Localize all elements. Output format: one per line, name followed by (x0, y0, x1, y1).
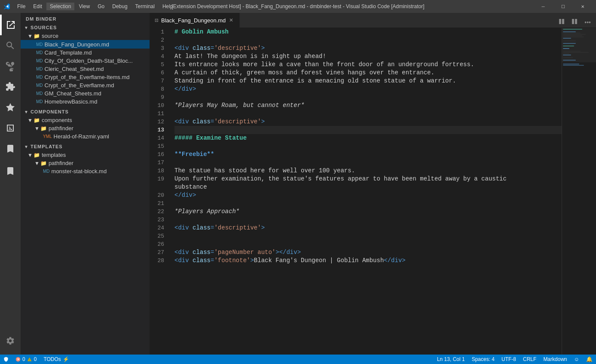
file-monster-stat-block[interactable]: MD monster-stat-block.md (21, 167, 150, 175)
code-line-27: <div class='pageNumber auto'></div> (174, 248, 562, 257)
templates-section-header[interactable]: ▼ TEMPLATES (21, 142, 150, 151)
filename-black-fang: Black_Fang_Dungeon.md (45, 41, 144, 48)
svg-marker-0 (6, 103, 15, 111)
status-right: Ln 13, Col 1 Spaces: 4 UTF-8 CRLF Markdo… (434, 355, 596, 364)
menu-selection[interactable]: Selection (46, 3, 74, 10)
code-line-2 (174, 36, 562, 44)
code-line-14: ##### Examine Statue (174, 134, 562, 142)
activity-dmbinder[interactable] (0, 97, 21, 118)
more-actions-button[interactable]: ••• (583, 17, 593, 28)
activity-settings[interactable] (0, 330, 21, 351)
code-line-13 (174, 126, 562, 134)
line-numbers: 1 2 3 4 5 6 7 8 9 10 11 12 13 14 15 16 1… (150, 28, 171, 355)
line-endings-label: CRLF (523, 356, 536, 362)
source-folder[interactable]: ▼ 📁 source (21, 32, 150, 40)
tab-file-icon: ⚄ (155, 18, 159, 23)
code-line-23 (174, 216, 562, 224)
filename-crypt-everflame: Crypt_of_the_Everflame.md (45, 82, 150, 89)
titlebar-menu: File Edit Selection View Go Debug Termin… (14, 3, 177, 10)
status-spaces[interactable]: Spaces: 4 (468, 355, 498, 364)
code-line-18: The statue has stood here for well over … (174, 167, 562, 175)
tab-close-button[interactable]: ✕ (228, 16, 234, 24)
code-line-3: <div class='descriptive'> (174, 44, 562, 52)
menu-file[interactable]: File (14, 3, 29, 10)
file-homebrew-basics[interactable]: MD HomebrewBasics.md (21, 98, 150, 106)
code-line-12: <div class='descriptive'> (174, 118, 562, 126)
file-black-fang-dungeon[interactable]: MD Black_Fang_Dungeon.md ⧉ (21, 40, 150, 49)
status-language[interactable]: Markdown (540, 355, 570, 364)
components-chevron: ▼ (24, 110, 29, 114)
templates-label: TEMPLATES (31, 144, 63, 149)
activity-explorer[interactable] (0, 15, 21, 35)
code-line-21 (174, 199, 562, 208)
window-title: [Extension Development Host] - Black_Fan… (171, 3, 424, 9)
md-file-icon6: MD (36, 83, 43, 88)
activity-source-control[interactable] (0, 56, 21, 76)
pathfinder-folder[interactable]: ▼ 📁 pathfinder (21, 124, 150, 132)
chevron-down-icon: ▼ (28, 33, 33, 39)
menu-view[interactable]: View (75, 3, 93, 10)
split-editor-right-button[interactable] (570, 17, 579, 28)
menu-go[interactable]: Go (94, 3, 108, 10)
code-line-8: </div> (174, 85, 562, 93)
activity-search[interactable] (0, 35, 21, 56)
md-file-icon3: MD (36, 58, 43, 63)
activity-bookmark[interactable] (0, 161, 21, 181)
status-position[interactable]: Ln 13, Col 1 (434, 355, 468, 364)
code-line-7: Standing in front of the entrance is a m… (174, 77, 562, 85)
activity-bottom (0, 330, 21, 351)
templates-folder[interactable]: ▼ 📁 templates (21, 151, 150, 159)
editor-tab-active[interactable]: ⚄ Black_Fang_Dungeon.md ✕ (150, 13, 240, 28)
status-encoding[interactable]: UTF-8 (498, 355, 520, 364)
svg-text:✕: ✕ (17, 358, 20, 361)
split-editor-button[interactable] (557, 17, 566, 28)
md-file-icon2: MD (36, 50, 43, 55)
activity-extensions[interactable] (0, 76, 21, 97)
code-line-10: *Players May Roam, but cannot enter* (174, 101, 562, 110)
menu-debug[interactable]: Debug (109, 3, 131, 10)
file-crypt-everflame[interactable]: MD Crypt_of_the_Everflame.md (21, 81, 150, 89)
minimap[interactable] (562, 28, 596, 355)
maximize-button[interactable]: ☐ (553, 0, 573, 13)
minimap-canvas (562, 28, 596, 355)
templates-pathfinder-folder[interactable]: ▼ 📁 pathfinder (21, 159, 150, 167)
svg-rect-4 (575, 19, 577, 24)
sources-section-header[interactable]: ▼ SOURCES (21, 23, 150, 32)
vscode-logo-icon (3, 3, 10, 10)
file-city-golden-death[interactable]: MD City_Of_Golden_Death-Stat_Bloc... (21, 57, 150, 65)
code-line-4: At last! The dungeon is in sight up ahea… (174, 52, 562, 61)
file-cleric-cheat-sheet[interactable]: MD Cleric_Cheat_Sheet.md (21, 65, 150, 73)
md-file-icon7: MD (36, 91, 43, 96)
code-content[interactable]: # Goblin Ambush <div class='descriptive'… (171, 28, 562, 355)
filename-gm-cheat: GM_Cheat_Sheets.md (45, 90, 150, 97)
status-left: ✕ 0 0 TODOs ⚡ (0, 355, 73, 364)
activity-terminal[interactable] (0, 118, 21, 138)
activity-notebook[interactable] (0, 138, 21, 159)
status-line-endings[interactable]: CRLF (520, 355, 540, 364)
status-todos[interactable]: TODOs ⚡ (40, 355, 72, 364)
status-errors[interactable]: ✕ 0 0 (12, 355, 40, 364)
components-folder[interactable]: ▼ 📁 components (21, 116, 150, 124)
minimize-button[interactable]: ─ (533, 0, 553, 13)
menu-terminal[interactable]: Terminal (132, 3, 158, 10)
editor-area: ⚄ Black_Fang_Dungeon.md ✕ ••• 1 2 3 4 (150, 13, 596, 355)
components-folder-label: components (42, 117, 150, 123)
bell-icon: 🔔 (586, 356, 593, 362)
components-section-header[interactable]: ▼ COMPONENTS (21, 107, 150, 116)
status-bell[interactable]: 🔔 (583, 355, 596, 364)
file-crypt-items[interactable]: MD Crypt_of_the_Everflame-Items.md (21, 73, 150, 81)
menu-edit[interactable]: Edit (30, 3, 46, 10)
filename-crypt-items: Crypt_of_the_Everflame-Items.md (45, 74, 150, 80)
language-label: Markdown (543, 356, 567, 362)
sources-chevron: ▼ (24, 25, 29, 30)
filename-card-template: Card_Template.md (45, 49, 150, 56)
sources-label: SOURCES (31, 25, 57, 30)
status-remote[interactable] (0, 355, 12, 364)
file-herald-razmir[interactable]: YML Herald-of-Razmir.yaml (21, 132, 150, 141)
close-button[interactable]: ✕ (573, 0, 593, 13)
code-editor[interactable]: 1 2 3 4 5 6 7 8 9 10 11 12 13 14 15 16 1… (150, 28, 596, 355)
status-smiley[interactable]: ☺ (571, 355, 583, 364)
file-gm-cheat[interactable]: MD GM_Cheat_Sheets.md (21, 89, 150, 98)
file-card-template[interactable]: MD Card_Template.md (21, 49, 150, 57)
md-file-icon9: MD (43, 169, 50, 174)
